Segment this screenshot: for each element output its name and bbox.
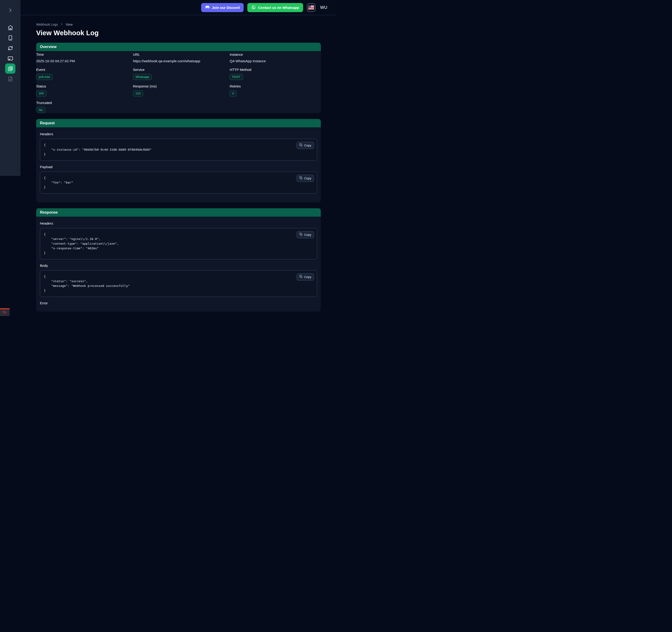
- credit-card-icon: [7, 55, 13, 61]
- main-content: Webhook Logs View View Webhook Log Overv…: [36, 15, 321, 311]
- field-response-ms: Response (ms) 210: [133, 84, 224, 97]
- request-payload-json: { "foo": "bar" }: [44, 176, 313, 189]
- field-label: HTTP Method: [230, 68, 321, 72]
- us-flag-icon: [308, 5, 314, 9]
- response-headers-label: Headers: [40, 221, 317, 225]
- overview-grid: Time 2025-10-20 04:27:42 PM URL https://…: [36, 51, 321, 113]
- response-body-label: Body: [40, 263, 317, 268]
- webhook-logs-icon: [7, 66, 13, 72]
- request-card-header: Request: [36, 119, 321, 127]
- response-headers-json: { "server": "nginx\\/1.18.0", "content-t…: [44, 232, 313, 255]
- copy-icon: [299, 176, 303, 180]
- sync-icon: [7, 45, 13, 51]
- response-card-body: Headers Copy { "server": "nginx\\/1.18.0…: [36, 217, 321, 311]
- top-bar: Join our Discord Contact us on Whatsapp …: [0, 0, 336, 15]
- page-title: View Webhook Log: [36, 29, 321, 37]
- response-card-header: Response: [36, 208, 321, 217]
- sidebar-item-documents[interactable]: [5, 74, 16, 84]
- sidebar-expand-button[interactable]: [7, 7, 14, 14]
- field-label: URL: [133, 52, 224, 56]
- breadcrumb-view: View: [66, 23, 73, 26]
- field-value: https://webhook.qa-example.com/whatsapp: [133, 59, 224, 64]
- field-status: Status 200: [36, 84, 127, 97]
- contact-whatsapp-button[interactable]: Contact us on Whatsapp: [247, 3, 303, 12]
- request-payload-label: Payload: [40, 165, 317, 169]
- chevron-separator-icon: [60, 23, 63, 26]
- copy-label: Copy: [304, 275, 311, 279]
- response-headers-codebox: Copy { "server": "nginx\\/1.18.0", "cont…: [40, 228, 317, 259]
- webhook-log-page: { "top_bar": { "discord_button": "Join o…: [0, 0, 336, 316]
- sidebar-item-instances[interactable]: [5, 33, 16, 43]
- copy-icon: [299, 144, 303, 147]
- laravel-logo-icon: [0, 309, 9, 316]
- language-selector-button[interactable]: [307, 3, 315, 12]
- http-method-badge: POST: [230, 74, 243, 80]
- chevron-right-icon: [8, 8, 13, 13]
- sidebar-item-sync[interactable]: [5, 43, 16, 53]
- field-label: Response (ms): [133, 84, 224, 88]
- response-body-json: { "status": "success", "message": "Webho…: [44, 274, 313, 293]
- retries-badge: 0: [230, 91, 236, 97]
- join-discord-button[interactable]: Join our Discord: [201, 3, 244, 12]
- field-time: Time 2025-10-20 04:27:42 PM: [36, 52, 127, 64]
- request-card-body: Headers Copy { "x-instance-id": "06d4b7b…: [36, 127, 321, 202]
- discord-icon: [205, 5, 210, 10]
- field-label: Instance: [230, 52, 321, 56]
- field-instance: Instance QA WhatsApp Instance: [230, 52, 321, 64]
- request-card: Request Headers Copy { "x-instance-id": …: [36, 119, 321, 202]
- field-value: QA WhatsApp Instance: [230, 59, 321, 64]
- field-service: Service Whatsapp: [133, 68, 224, 80]
- field-truncated: Truncated No: [36, 101, 127, 113]
- sidebar-item-webhook-logs[interactable]: [5, 64, 16, 74]
- request-headers-json: { "x-instance-id": "06d4b7b0-9c4d-3186-b…: [44, 143, 313, 157]
- whatsapp-icon: [251, 5, 256, 10]
- field-value: 2025-10-20 04:27:42 PM: [36, 59, 127, 64]
- service-badge: Whatsapp: [133, 74, 152, 80]
- user-initials[interactable]: WU: [320, 5, 327, 10]
- sidebar: [0, 0, 21, 176]
- overview-card: Overview Time 2025-10-20 04:27:42 PM URL…: [36, 43, 321, 113]
- request-payload-codebox: Copy { "foo": "bar" }: [40, 172, 317, 194]
- truncated-badge: No: [36, 107, 45, 113]
- breadcrumb: Webhook Logs View: [36, 23, 321, 26]
- response-body-codebox: Copy { "status": "success", "message": "…: [40, 270, 317, 297]
- response-ms-badge: 210: [133, 91, 143, 97]
- copy-request-payload-button[interactable]: Copy: [296, 175, 314, 182]
- join-discord-label: Join our Discord: [212, 6, 240, 9]
- debugbar-toggle[interactable]: [0, 308, 9, 316]
- home-icon: [7, 25, 13, 30]
- copy-label: Copy: [304, 144, 311, 147]
- breadcrumb-webhook-logs[interactable]: Webhook Logs: [36, 23, 58, 26]
- response-error-label: Error: [40, 301, 317, 305]
- field-label: Event: [36, 68, 127, 72]
- copy-label: Copy: [304, 177, 311, 180]
- field-http-method: HTTP Method POST: [230, 68, 321, 80]
- event-badge: poll.vote: [36, 74, 52, 80]
- field-event: Event poll.vote: [36, 68, 127, 80]
- request-headers-codebox: Copy { "x-instance-id": "06d4b7b0-9c4d-3…: [40, 139, 317, 161]
- document-icon: [7, 76, 13, 82]
- copy-icon: [299, 233, 303, 237]
- request-headers-label: Headers: [40, 132, 317, 136]
- field-label: Retries: [230, 84, 321, 88]
- field-label: Truncated: [36, 101, 127, 105]
- response-card: Response Headers Copy { "server": "nginx…: [36, 208, 321, 311]
- status-badge: 200: [36, 91, 46, 97]
- copy-response-body-button[interactable]: Copy: [296, 273, 314, 281]
- smartphone-icon: [7, 35, 13, 41]
- sidebar-nav: [5, 22, 16, 84]
- field-retries: Retries 0: [230, 84, 321, 97]
- sidebar-item-billing[interactable]: [5, 53, 16, 64]
- copy-request-headers-button[interactable]: Copy: [296, 142, 314, 149]
- contact-whatsapp-label: Contact us on Whatsapp: [258, 6, 299, 9]
- field-label: Service: [133, 68, 224, 72]
- copy-response-headers-button[interactable]: Copy: [296, 231, 314, 238]
- copy-icon: [299, 275, 303, 279]
- field-url: URL https://webhook.qa-example.com/whats…: [133, 52, 224, 64]
- field-label: Time: [36, 52, 127, 56]
- sidebar-item-home[interactable]: [5, 22, 16, 33]
- field-label: Status: [36, 84, 127, 88]
- copy-label: Copy: [304, 233, 311, 236]
- overview-card-header: Overview: [36, 43, 321, 51]
